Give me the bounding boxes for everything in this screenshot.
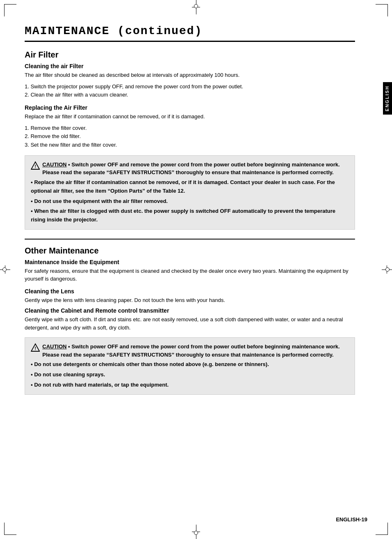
crosshair-top-circle [194,4,198,8]
other-maintenance-section: Other Maintenance Maintenance Inside the… [25,246,355,395]
replacing-title: Replacing the Air Filter [25,104,355,111]
cleaning-step-2: 2. Clean the air filter with a vacuum cl… [25,91,355,99]
cleaning-step-1: 1. Switch the projector power supply OFF… [25,83,355,91]
section-divider [25,239,355,240]
cleaning-body: The air filter should be cleaned as desc… [25,71,355,79]
caution-box-1: ! CAUTION • Switch power OFF and remove … [25,155,355,230]
corner-mark-tl [4,4,16,16]
replacing-step-2: 2. Remove the old filter. [25,132,355,141]
cabinet-title: Cleaning the Cabinet and Remote control … [25,307,355,314]
main-content: MAINTENANCE (continued) Air Filter Clean… [25,25,355,395]
other-maintenance-title: Other Maintenance [25,246,355,256]
other-caution-line2: • Do not use detergents or chemicals oth… [31,360,349,369]
corner-mark-tr [376,4,388,16]
caution-header-1: ! CAUTION • Switch power OFF and remove … [31,161,349,177]
lens-body: Gently wipe the lens with lens cleaning … [25,296,355,304]
caution-label-2: CAUTION • Switch power OFF and remove th… [42,343,349,359]
svg-text:!: ! [35,346,36,351]
replacing-step-3: 3. Set the new filter and the filter cov… [25,141,355,150]
crosshair-bottom-circle [194,531,198,535]
page-title: MAINTENANCE (continued) [25,25,355,42]
corner-mark-bl [4,523,16,535]
svg-text:!: ! [35,164,36,169]
other-caution-line4: • Do not rub with hard materials, or tap… [31,381,349,389]
side-circle-left [2,267,7,272]
inside-title: Maintenance Inside the Equipment [25,259,355,265]
replacing-step-1: 1. Remove the filter cover. [25,124,355,133]
air-filter-title: Air Filter [25,50,355,60]
caution-box-2: ! CAUTION • Switch power OFF and remove … [25,337,355,394]
caution-icon-2: ! [31,343,40,352]
replacing-body: Replace the air filter if contamination … [25,113,355,121]
caution-body-line4: • When the air filter is clogged with du… [31,207,349,224]
caution-body-line3: • Do not use the equipment with the air … [31,197,349,206]
caution-header-2: ! CAUTION • Switch power OFF and remove … [31,343,349,359]
corner-mark-br [376,523,388,535]
lens-title: Cleaning the Lens [25,288,355,295]
cleaning-title: Cleaning the air Filter [25,63,355,69]
other-caution-line3: • Do not use cleaning sprays. [31,371,349,379]
cabinet-body: Gently wipe with a soft cloth. If dirt a… [25,316,355,332]
caution-icon-1: ! [31,161,40,170]
caution-body-line2: • Replace the air filter if contaminatio… [31,178,349,196]
footer-page-number: ENGLISH-19 [336,516,367,523]
air-filter-section: Air Filter Cleaning the air Filter The a… [25,50,355,230]
inside-body: For safety reasons, ensure that the equi… [25,267,355,283]
caution-label-1: CAUTION • Switch power OFF and remove th… [42,161,349,177]
english-tab: ENGLISH [383,82,392,115]
side-circle-right [385,267,390,272]
